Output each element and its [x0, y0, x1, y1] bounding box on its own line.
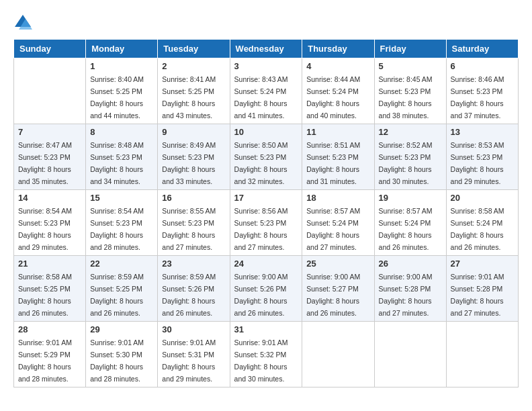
day-header-wednesday: Wednesday: [230, 40, 302, 58]
day-number: 12: [379, 127, 442, 137]
calendar-week-row: 14 Sunrise: 8:54 AMSunset: 5:23 PMDaylig…: [14, 190, 519, 256]
day-number: 9: [162, 127, 225, 137]
day-number: 8: [90, 127, 153, 137]
day-info: Sunrise: 8:49 AMSunset: 5:23 PMDaylight:…: [162, 141, 216, 185]
calendar-cell: 8 Sunrise: 8:48 AMSunset: 5:23 PMDayligh…: [86, 124, 158, 190]
calendar-cell: 30 Sunrise: 9:01 AMSunset: 5:31 PMDaylig…: [158, 322, 230, 387]
calendar-cell: 10 Sunrise: 8:50 AMSunset: 5:23 PMDaylig…: [230, 124, 302, 190]
day-info: Sunrise: 8:46 AMSunset: 5:23 PMDaylight:…: [451, 75, 504, 120]
calendar-cell: [14, 58, 86, 124]
calendar-week-row: 1 Sunrise: 8:40 AMSunset: 5:25 PMDayligh…: [14, 58, 519, 124]
calendar-cell: 3 Sunrise: 8:43 AMSunset: 5:24 PMDayligh…: [230, 58, 302, 124]
day-info: Sunrise: 9:00 AMSunset: 5:27 PMDaylight:…: [306, 273, 360, 317]
day-number: 25: [306, 259, 369, 269]
calendar-cell: 29 Sunrise: 9:01 AMSunset: 5:30 PMDaylig…: [86, 322, 158, 387]
calendar-cell: 14 Sunrise: 8:54 AMSunset: 5:23 PMDaylig…: [14, 190, 86, 256]
calendar-cell: 5 Sunrise: 8:45 AMSunset: 5:23 PMDayligh…: [374, 58, 446, 124]
day-number: 16: [162, 193, 225, 203]
day-info: Sunrise: 8:57 AMSunset: 5:24 PMDaylight:…: [306, 207, 360, 251]
day-number: 3: [234, 61, 298, 71]
day-info: Sunrise: 9:00 AMSunset: 5:26 PMDaylight:…: [234, 273, 288, 317]
day-number: 24: [234, 259, 298, 269]
calendar-cell: 17 Sunrise: 8:56 AMSunset: 5:23 PMDaylig…: [230, 190, 302, 256]
calendar-cell: 12 Sunrise: 8:52 AMSunset: 5:23 PMDaylig…: [374, 124, 446, 190]
calendar-cell: 19 Sunrise: 8:57 AMSunset: 5:24 PMDaylig…: [374, 190, 446, 256]
calendar-cell: 25 Sunrise: 9:00 AMSunset: 5:27 PMDaylig…: [302, 256, 374, 322]
day-info: Sunrise: 9:01 AMSunset: 5:30 PMDaylight:…: [90, 338, 144, 383]
day-number: 10: [234, 127, 298, 137]
calendar-cell: 26 Sunrise: 9:00 AMSunset: 5:28 PMDaylig…: [374, 256, 446, 322]
day-number: 23: [162, 259, 225, 269]
calendar-cell: 23 Sunrise: 8:59 AMSunset: 5:26 PMDaylig…: [158, 256, 230, 322]
day-number: 7: [18, 127, 81, 137]
calendar-cell: 1 Sunrise: 8:40 AMSunset: 5:25 PMDayligh…: [86, 58, 158, 124]
day-number: 6: [451, 61, 514, 71]
day-number: 30: [162, 324, 225, 334]
day-info: Sunrise: 8:43 AMSunset: 5:24 PMDaylight:…: [234, 75, 288, 120]
day-info: Sunrise: 8:54 AMSunset: 5:23 PMDaylight:…: [18, 207, 72, 251]
calendar-header-row: SundayMondayTuesdayWednesdayThursdayFrid…: [14, 40, 519, 58]
day-header-tuesday: Tuesday: [158, 40, 230, 58]
day-header-thursday: Thursday: [302, 40, 374, 58]
day-number: 18: [306, 193, 369, 203]
day-info: Sunrise: 8:59 AMSunset: 5:26 PMDaylight:…: [162, 273, 216, 317]
day-number: 15: [90, 193, 153, 203]
day-number: 19: [379, 193, 442, 203]
logo: [13, 13, 35, 32]
calendar-cell: 16 Sunrise: 8:55 AMSunset: 5:23 PMDaylig…: [158, 190, 230, 256]
day-info: Sunrise: 8:52 AMSunset: 5:23 PMDaylight:…: [379, 141, 433, 185]
day-number: 11: [306, 127, 369, 137]
day-info: Sunrise: 9:01 AMSunset: 5:31 PMDaylight:…: [162, 338, 216, 383]
day-info: Sunrise: 8:47 AMSunset: 5:23 PMDaylight:…: [18, 141, 72, 185]
day-header-friday: Friday: [374, 40, 446, 58]
calendar-cell: [302, 322, 374, 387]
day-header-monday: Monday: [86, 40, 158, 58]
day-number: 5: [379, 61, 442, 71]
calendar-cell: 22 Sunrise: 8:59 AMSunset: 5:25 PMDaylig…: [86, 256, 158, 322]
day-info: Sunrise: 8:54 AMSunset: 5:23 PMDaylight:…: [90, 207, 144, 251]
day-info: Sunrise: 8:57 AMSunset: 5:24 PMDaylight:…: [379, 207, 433, 251]
calendar-cell: 7 Sunrise: 8:47 AMSunset: 5:23 PMDayligh…: [14, 124, 86, 190]
calendar-cell: [374, 322, 446, 387]
calendar-cell: 24 Sunrise: 9:00 AMSunset: 5:26 PMDaylig…: [230, 256, 302, 322]
day-info: Sunrise: 9:01 AMSunset: 5:29 PMDaylight:…: [18, 338, 72, 383]
day-number: 17: [234, 193, 298, 203]
calendar-cell: 2 Sunrise: 8:41 AMSunset: 5:25 PMDayligh…: [158, 58, 230, 124]
calendar-week-row: 28 Sunrise: 9:01 AMSunset: 5:29 PMDaylig…: [14, 322, 519, 387]
calendar-cell: 11 Sunrise: 8:51 AMSunset: 5:23 PMDaylig…: [302, 124, 374, 190]
day-info: Sunrise: 9:00 AMSunset: 5:28 PMDaylight:…: [379, 273, 433, 317]
calendar-cell: 21 Sunrise: 8:58 AMSunset: 5:25 PMDaylig…: [14, 256, 86, 322]
day-info: Sunrise: 8:55 AMSunset: 5:23 PMDaylight:…: [162, 207, 216, 251]
calendar-cell: 9 Sunrise: 8:49 AMSunset: 5:23 PMDayligh…: [158, 124, 230, 190]
day-number: 4: [306, 61, 369, 71]
day-info: Sunrise: 8:45 AMSunset: 5:23 PMDaylight:…: [379, 75, 433, 120]
day-number: 14: [18, 193, 81, 203]
day-info: Sunrise: 8:50 AMSunset: 5:23 PMDaylight:…: [234, 141, 288, 185]
day-info: Sunrise: 9:01 AMSunset: 5:28 PMDaylight:…: [451, 273, 504, 317]
day-number: 20: [451, 193, 514, 203]
day-info: Sunrise: 8:41 AMSunset: 5:25 PMDaylight:…: [162, 75, 216, 120]
day-info: Sunrise: 8:59 AMSunset: 5:25 PMDaylight:…: [90, 273, 144, 317]
day-info: Sunrise: 8:58 AMSunset: 5:24 PMDaylight:…: [451, 207, 504, 251]
calendar-cell: 28 Sunrise: 9:01 AMSunset: 5:29 PMDaylig…: [14, 322, 86, 387]
calendar-cell: 31 Sunrise: 9:01 AMSunset: 5:32 PMDaylig…: [230, 322, 302, 387]
calendar-table: SundayMondayTuesdayWednesdayThursdayFrid…: [13, 39, 519, 387]
day-info: Sunrise: 8:44 AMSunset: 5:24 PMDaylight:…: [306, 75, 360, 120]
calendar-cell: 20 Sunrise: 8:58 AMSunset: 5:24 PMDaylig…: [446, 190, 518, 256]
day-number: 21: [18, 259, 81, 269]
calendar-cell: 13 Sunrise: 8:53 AMSunset: 5:23 PMDaylig…: [446, 124, 518, 190]
day-number: 22: [90, 259, 153, 269]
day-number: 13: [451, 127, 514, 137]
logo-icon: [13, 13, 32, 32]
day-info: Sunrise: 8:56 AMSunset: 5:23 PMDaylight:…: [234, 207, 288, 251]
day-info: Sunrise: 8:51 AMSunset: 5:23 PMDaylight:…: [306, 141, 360, 185]
day-header-sunday: Sunday: [14, 40, 86, 58]
calendar-cell: 27 Sunrise: 9:01 AMSunset: 5:28 PMDaylig…: [446, 256, 518, 322]
day-info: Sunrise: 8:48 AMSunset: 5:23 PMDaylight:…: [90, 141, 144, 185]
calendar-cell: 15 Sunrise: 8:54 AMSunset: 5:23 PMDaylig…: [86, 190, 158, 256]
calendar-week-row: 7 Sunrise: 8:47 AMSunset: 5:23 PMDayligh…: [14, 124, 519, 190]
day-number: 27: [451, 259, 514, 269]
calendar-cell: [446, 322, 518, 387]
day-number: 1: [90, 61, 153, 71]
calendar-cell: 4 Sunrise: 8:44 AMSunset: 5:24 PMDayligh…: [302, 58, 374, 124]
